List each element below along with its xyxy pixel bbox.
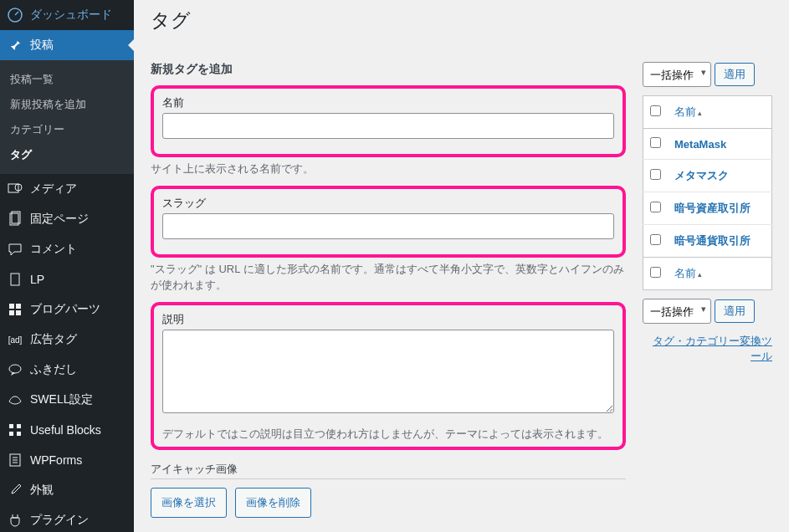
- tags-table: 名前▴ MetaMask メタマスク: [643, 95, 772, 290]
- column-header-name[interactable]: 名前▴: [668, 96, 772, 129]
- svg-rect-13: [9, 432, 13, 436]
- menu-label: プラグイン: [30, 513, 89, 528]
- menu-label: メディア: [30, 182, 77, 197]
- slug-label: スラッグ: [162, 196, 614, 211]
- blocks-icon: [7, 422, 23, 438]
- table-row: 暗号通貨取引所: [643, 225, 772, 258]
- submenu-posts: 投稿一覧 新規投稿を追加 カテゴリー タグ: [0, 60, 134, 174]
- slug-input[interactable]: [162, 213, 614, 239]
- media-icon: [7, 181, 23, 197]
- row-checkbox[interactable]: [650, 137, 661, 148]
- column-footer-name[interactable]: 名前▴: [668, 258, 772, 290]
- swell-icon: [7, 391, 23, 408]
- bulk-action-select-top[interactable]: 一括操作: [643, 62, 711, 87]
- menu-label: WPForms: [30, 453, 82, 467]
- row-checkbox[interactable]: [650, 234, 661, 245]
- dashboard-icon: [7, 7, 23, 23]
- table-row: 暗号資産取引所: [643, 192, 772, 225]
- description-input[interactable]: [162, 330, 614, 413]
- main-content: タグ 新規タグを追加 名前 サイト上に表示される名前です。 スラッグ: [134, 0, 789, 532]
- menu-posts[interactable]: 投稿: [0, 30, 134, 60]
- select-image-button[interactable]: 画像を選択: [151, 488, 227, 518]
- bulk-action-select-bottom[interactable]: 一括操作: [643, 299, 711, 324]
- menu-plugins[interactable]: プラグイン: [0, 505, 134, 532]
- menu-label: コメント: [30, 242, 77, 257]
- tag-link[interactable]: メタマスク: [674, 169, 729, 182]
- tag-link[interactable]: MetaMask: [674, 138, 726, 151]
- bulk-apply-bottom[interactable]: 適用: [715, 299, 755, 323]
- menu-label: ダッシュボード: [30, 8, 112, 23]
- svg-rect-5: [11, 274, 19, 285]
- admin-sidebar: ダッシュボード 投稿 投稿一覧 新規投稿を追加 カテゴリー タグ メディア 固定…: [0, 0, 134, 532]
- table-row: MetaMask: [643, 129, 772, 160]
- pin-icon: [7, 37, 23, 54]
- svg-rect-12: [17, 424, 21, 428]
- menu-usefulblocks[interactable]: Useful Blocks: [0, 415, 134, 445]
- convert-tool-link[interactable]: タグ・カテゴリー変換ツール: [643, 334, 772, 364]
- brush-icon: [7, 482, 23, 499]
- row-checkbox[interactable]: [650, 202, 661, 212]
- form-icon: [7, 452, 23, 468]
- menu-lp[interactable]: LP: [0, 264, 134, 294]
- submenu-posts-new[interactable]: 新規投稿を追加: [0, 92, 134, 117]
- name-input[interactable]: [162, 113, 614, 139]
- svg-rect-6: [9, 304, 14, 309]
- slug-help: "スラッグ" は URL に適した形式の名前です。通常はすべて半角小文字で、英数…: [151, 261, 626, 294]
- menu-label: Useful Blocks: [30, 423, 101, 437]
- add-tag-form: 新規タグを追加 名前 サイト上に表示される名前です。 スラッグ "スラッグ" は…: [151, 62, 626, 532]
- select-all-top[interactable]: [650, 105, 661, 116]
- menu-media[interactable]: メディア: [0, 174, 134, 204]
- svg-rect-9: [16, 310, 21, 315]
- page-icon: [7, 271, 23, 288]
- svg-rect-14: [17, 432, 21, 436]
- page-title: タグ: [151, 0, 772, 37]
- svg-rect-1: [8, 184, 18, 192]
- tag-link[interactable]: 暗号資産取引所: [674, 202, 751, 214]
- menu-label: 固定ページ: [30, 212, 89, 227]
- bulk-apply-top[interactable]: 適用: [715, 63, 755, 86]
- menu-appearance[interactable]: 外観: [0, 475, 134, 505]
- table-row: メタマスク: [643, 160, 772, 192]
- row-checkbox[interactable]: [650, 169, 661, 180]
- menu-adtag[interactable]: [ad] 広告タグ: [0, 325, 134, 355]
- menu-comments[interactable]: コメント: [0, 234, 134, 264]
- menu-label: SWELL設定: [30, 392, 93, 407]
- highlight-description: 説明 デフォルトではこの説明は目立つ使われ方はしませんが、テーマによっては表示さ…: [151, 302, 626, 451]
- tag-link[interactable]: 暗号通貨取引所: [674, 234, 751, 247]
- speech-icon: [7, 361, 23, 378]
- grid-icon: [7, 301, 23, 318]
- menu-label: ブログパーツ: [30, 302, 100, 317]
- menu-label: 投稿: [30, 38, 54, 53]
- menu-swell[interactable]: SWELL設定: [0, 385, 134, 415]
- tags-list-panel: 一括操作 適用 名前▴ MetaM: [643, 62, 772, 532]
- sort-icon: ▴: [698, 270, 702, 279]
- description-help: デフォルトではこの説明は目立つ使われ方はしませんが、テーマによっては表示されます…: [162, 426, 614, 442]
- submenu-categories[interactable]: カテゴリー: [0, 117, 134, 142]
- page-icon: [7, 211, 23, 228]
- svg-rect-7: [16, 304, 21, 309]
- select-all-bottom[interactable]: [650, 267, 661, 278]
- menu-blogparts[interactable]: ブログパーツ: [0, 294, 134, 325]
- eyecatch-label: アイキャッチ画像: [151, 462, 626, 477]
- plugin-icon: [7, 512, 23, 529]
- menu-label: 外観: [30, 483, 54, 498]
- highlight-slug: スラッグ: [151, 186, 626, 258]
- menu-label: LP: [30, 273, 44, 286]
- menu-label: ふきだし: [30, 362, 77, 377]
- name-help: サイト上に表示される名前です。: [151, 161, 626, 177]
- menu-label: 広告タグ: [30, 332, 77, 347]
- ad-icon: [ad]: [7, 331, 23, 348]
- svg-rect-11: [9, 424, 13, 428]
- menu-dashboard[interactable]: ダッシュボード: [0, 0, 134, 30]
- submenu-posts-list[interactable]: 投稿一覧: [0, 67, 134, 92]
- sort-icon: ▴: [698, 109, 702, 117]
- delete-image-button[interactable]: 画像を削除: [235, 488, 311, 518]
- submenu-tags[interactable]: タグ: [0, 142, 134, 167]
- svg-rect-8: [9, 310, 14, 315]
- svg-point-10: [9, 365, 21, 373]
- menu-wpforms[interactable]: WPForms: [0, 445, 134, 475]
- menu-fukidashi[interactable]: ふきだし: [0, 355, 134, 385]
- description-label: 説明: [162, 312, 614, 327]
- menu-pages[interactable]: 固定ページ: [0, 204, 134, 234]
- form-heading: 新規タグを追加: [151, 62, 626, 77]
